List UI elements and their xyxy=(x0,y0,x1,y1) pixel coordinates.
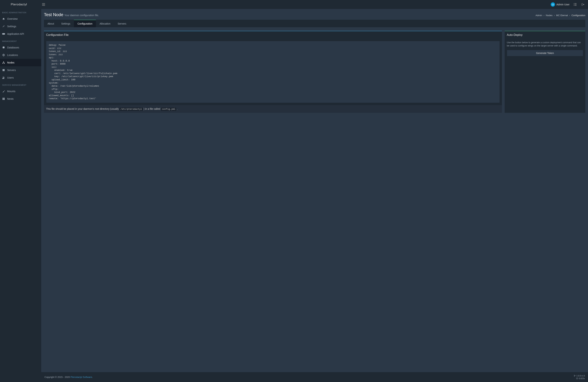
svg-rect-19 xyxy=(4,99,5,100)
sidebar-item-nests[interactable]: Nests xyxy=(0,95,41,103)
section-title-service: SERVICE MANAGEMENT xyxy=(0,82,41,87)
svg-rect-2 xyxy=(574,4,574,5)
footer-text-b: ) in a file called xyxy=(144,107,161,110)
svg-point-22 xyxy=(575,375,575,376)
breadcrumb: Admin › Nodes › MC Eternal › Configurati… xyxy=(535,14,585,17)
sidebar-item-label: Locations xyxy=(7,54,18,57)
tab-allocation[interactable]: Allocation xyxy=(96,20,114,27)
sidebar-item-users[interactable]: Users xyxy=(0,74,41,82)
config-file-content[interactable]: debug: false uuid: zzz token_id: zzz tok… xyxy=(46,41,500,103)
time-text: 0.022s xyxy=(579,377,585,380)
tab-configuration[interactable]: Configuration xyxy=(74,20,96,27)
grid-icon xyxy=(2,98,5,100)
brand-logo[interactable]: Pterodactyl xyxy=(11,3,27,6)
svg-rect-10 xyxy=(2,63,3,64)
svg-rect-9 xyxy=(3,62,4,62)
version-text: 1.0.0-rc.6 xyxy=(577,375,585,377)
tabs: About Settings Configuration Allocation … xyxy=(44,20,585,27)
menu-toggle-icon[interactable] xyxy=(41,2,46,7)
copyright-period: . xyxy=(92,376,93,378)
breadcrumb-current: Configuration xyxy=(571,14,585,17)
svg-rect-13 xyxy=(2,70,5,71)
wrench-icon xyxy=(2,25,5,28)
tab-about[interactable]: About xyxy=(44,20,58,27)
footer-code-b: config.yml xyxy=(161,107,176,111)
sidebar-item-label: Users xyxy=(7,76,14,79)
sidebar-item-label: Mounts xyxy=(7,90,15,93)
sidebar-item-label: Nests xyxy=(7,97,14,100)
svg-rect-16 xyxy=(2,98,3,99)
breadcrumb-mc[interactable]: MC Eternal xyxy=(556,14,568,17)
sidebar-item-label: Overview xyxy=(7,17,18,20)
svg-rect-11 xyxy=(4,63,5,64)
sidebar-item-servers[interactable]: Servers xyxy=(0,66,41,74)
footer-code-a: /etc/pterodactyl xyxy=(120,107,143,111)
pterodactyl-link[interactable]: Pterodactyl Software xyxy=(70,376,92,378)
deploy-panel-title: Auto-Deploy xyxy=(505,31,585,39)
svg-rect-12 xyxy=(2,69,5,70)
svg-point-21 xyxy=(574,376,574,377)
svg-point-20 xyxy=(574,375,574,375)
svg-point-14 xyxy=(3,77,4,78)
breadcrumb-nodes[interactable]: Nodes xyxy=(546,14,552,17)
sidebar-item-overview[interactable]: Overview xyxy=(0,15,41,22)
auto-deploy-panel: Auto-Deploy Use the button below to gene… xyxy=(505,31,585,113)
generate-token-button[interactable]: Generate Token xyxy=(507,50,583,56)
user-menu[interactable]: Admin User xyxy=(551,2,569,7)
topbar: Pterodactyl Admin User xyxy=(0,0,588,9)
sidebar-item-settings[interactable]: Settings xyxy=(0,22,41,30)
section-title-basic: BASIC ADMINISTRATION xyxy=(0,9,41,15)
sidebar-item-locations[interactable]: Locations xyxy=(0,51,41,59)
breadcrumb-separator: › xyxy=(569,14,570,17)
server-icon xyxy=(2,69,5,71)
power-icon xyxy=(551,2,555,7)
copyright-text: Copyright © 2015 - 2020 xyxy=(44,376,70,378)
globe-icon xyxy=(2,54,5,56)
users-icon xyxy=(2,76,5,79)
config-panel-title: Configuration File xyxy=(44,31,502,39)
sidebar-item-label: Databases xyxy=(7,46,19,49)
footer-text-a: This file should be placed in your daemo… xyxy=(46,107,120,110)
svg-rect-3 xyxy=(575,4,577,5)
sidebar-item-label: Settings xyxy=(7,25,16,28)
sitemap-icon xyxy=(2,61,5,64)
gamepad-icon xyxy=(2,33,5,35)
content-area: Test Node Your daemon configuration file… xyxy=(41,9,588,382)
list-icon[interactable] xyxy=(573,2,577,7)
config-file-panel: Configuration File debug: false uuid: zz… xyxy=(44,31,502,113)
sidebar-item-databases[interactable]: Databases xyxy=(0,44,41,51)
home-icon xyxy=(2,18,5,20)
statusbar: Copyright © 2015 - 2020 Pterodactyl Soft… xyxy=(41,372,588,382)
sidebar-item-api[interactable]: Application API xyxy=(0,30,41,38)
tab-servers[interactable]: Servers xyxy=(114,20,130,27)
sidebar-item-mounts[interactable]: Mounts xyxy=(0,87,41,95)
svg-rect-6 xyxy=(2,33,5,35)
svg-rect-1 xyxy=(575,3,577,4)
magic-icon xyxy=(2,90,5,93)
sidebar-item-label: Nodes xyxy=(7,61,14,64)
breadcrumb-separator: › xyxy=(554,14,555,17)
clock-icon xyxy=(576,378,578,379)
sidebar-item-label: Application API xyxy=(7,32,24,35)
svg-rect-0 xyxy=(574,3,574,4)
sidebar-item-label: Servers xyxy=(7,69,16,72)
breadcrumb-admin[interactable]: Admin xyxy=(535,14,542,17)
footer-text-c: . xyxy=(177,107,178,110)
sidebar-item-nodes[interactable]: Nodes xyxy=(0,59,41,66)
config-footer: This file should be placed in your daemo… xyxy=(44,105,502,113)
branch-icon xyxy=(574,375,576,377)
svg-rect-17 xyxy=(4,98,5,99)
breadcrumb-separator: › xyxy=(544,14,544,17)
deploy-help-text: Use the button below to generate a custo… xyxy=(507,41,583,47)
svg-rect-18 xyxy=(2,99,3,100)
user-name: Admin User xyxy=(556,3,569,6)
svg-rect-4 xyxy=(574,5,574,6)
svg-point-15 xyxy=(4,77,4,78)
page-subtitle: Your daemon configuration file. xyxy=(64,14,99,17)
logout-icon[interactable] xyxy=(581,2,585,7)
sidebar: BASIC ADMINISTRATION Overview Settings A… xyxy=(0,9,41,382)
section-title-management: MANAGEMENT xyxy=(0,38,41,44)
tab-settings[interactable]: Settings xyxy=(58,20,74,27)
page-title: Test Node xyxy=(44,12,63,17)
svg-rect-5 xyxy=(575,5,577,6)
